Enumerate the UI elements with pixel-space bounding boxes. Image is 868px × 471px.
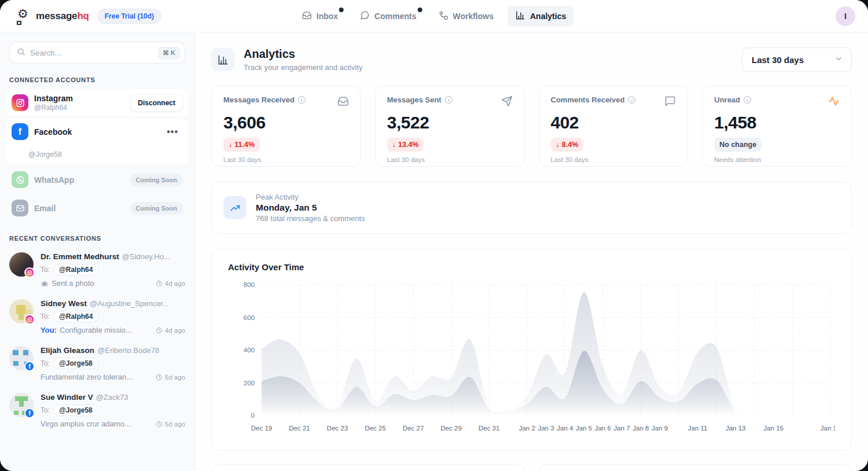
info-icon[interactable]: i — [628, 96, 635, 104]
date-range-value: Last 30 days — [752, 55, 804, 65]
account-name: Facebook — [34, 127, 156, 137]
to-label: To: — [41, 406, 50, 414]
brand-name: messagehq — [36, 10, 89, 22]
search-icon — [17, 47, 25, 58]
svg-text:Jan 9: Jan 9 — [652, 425, 668, 432]
stat-card-comments-received: Comments Receivedi 402 ↓8.4% Last 30 day… — [539, 86, 689, 167]
account-handle: @Ralph64 — [34, 104, 124, 112]
nav-tab-comments[interactable]: Comments — [352, 6, 424, 27]
comment-bubble-icon — [360, 10, 370, 22]
timestamp: 5d ago — [156, 374, 185, 381]
nav-label: Workflows — [453, 12, 494, 21]
page-subtitle: Track your engagement and activity — [244, 63, 362, 72]
peak-activity-detail: 768 total messages & comments — [256, 214, 365, 223]
svg-text:400: 400 — [244, 347, 255, 354]
stat-card-messages-received: Messages Receivedi 3,606 ↓11.4% Last 30 … — [211, 86, 361, 167]
svg-text:Jan 5: Jan 5 — [576, 425, 592, 432]
stat-footnote: Last 30 days — [387, 156, 513, 163]
info-icon[interactable]: i — [744, 96, 751, 104]
nav-label: Analytics — [530, 12, 566, 21]
nav-tab-inbox[interactable]: Inbox — [294, 6, 346, 27]
svg-text:Dec 19: Dec 19 — [251, 425, 272, 432]
conversation-name: Sue Windler V — [41, 393, 93, 402]
connected-accounts-heading: CONNECTED ACCOUNTS — [0, 68, 194, 87]
to-handle-pill: @Jorge58 — [53, 404, 98, 416]
conversation-item[interactable]: f Sue Windler V@Zack73 To:@Jorge58 Virgo… — [8, 387, 186, 434]
chart-title: Activity Over Time — [228, 262, 835, 272]
conversation-item[interactable]: f Elijah Gleason@Eriberto.Bode78 To:@Jor… — [8, 340, 186, 387]
change-badge: ↓13.4% — [387, 138, 424, 152]
nav-label: Inbox — [317, 12, 338, 21]
unread-dot — [417, 8, 422, 12]
message-preview: Sent a photo — [41, 279, 152, 288]
stat-value: 1,458 — [714, 113, 840, 133]
account-row-instagram[interactable]: Instagram @Ralph64 Disconnect — [6, 89, 189, 116]
analytics-page: Analytics Track your engagement and acti… — [195, 32, 868, 471]
app-logo[interactable]: ⚙ messagehq — [15, 6, 89, 26]
disconnect-button[interactable]: Disconnect — [130, 94, 183, 112]
user-avatar[interactable]: I — [836, 6, 855, 26]
search-box[interactable]: ⌘ K — [9, 42, 185, 64]
svg-text:Jan 6: Jan 6 — [595, 425, 611, 432]
svg-text:0: 0 — [251, 412, 255, 419]
stat-footnote: Last 30 days — [223, 156, 349, 163]
conversation-handle: @Eriberto.Bode78 — [97, 346, 159, 355]
coming-soon-badge: Coming Soon — [130, 174, 183, 186]
to-handle-pill: @Jorge58 — [53, 358, 98, 369]
next-section-card — [211, 465, 525, 471]
peak-activity-card: Peak Activity Monday, Jan 5 768 total me… — [211, 182, 852, 234]
date-range-select[interactable]: Last 30 days — [742, 47, 852, 72]
facebook-badge-icon: f — [24, 361, 35, 371]
svg-text:Jan 18: Jan 18 — [821, 425, 835, 432]
nav-tab-analytics[interactable]: Analytics — [507, 6, 574, 27]
account-name: Instagram — [34, 94, 124, 103]
next-section-card — [539, 465, 852, 471]
account-row-whatsapp: WhatsApp Coming Soon — [6, 167, 189, 193]
conversation-name: Elijah Gleason — [41, 346, 94, 355]
stat-value: 3,606 — [223, 113, 349, 133]
svg-text:Jan 11: Jan 11 — [688, 425, 708, 432]
message-square-icon — [664, 95, 676, 109]
chevron-down-icon — [834, 54, 843, 65]
account-row-facebook[interactable]: f Facebook ••• @Jorge58 — [6, 119, 189, 164]
conversation-item[interactable]: Dr. Emmett Medhurst@Sidney.Ho... To:@Ral… — [8, 246, 186, 293]
message-preview: You:Configurable missio... — [41, 326, 152, 334]
stat-label: Messages Received — [223, 95, 295, 104]
info-icon[interactable]: i — [445, 96, 453, 104]
svg-text:Dec 23: Dec 23 — [327, 425, 348, 432]
svg-text:Jan 3: Jan 3 — [538, 425, 554, 432]
conversation-name: Dr. Emmett Medhurst — [41, 252, 119, 261]
you-prefix: You: — [41, 326, 57, 334]
to-handle-pill: @Ralph64 — [53, 264, 98, 275]
svg-text:600: 600 — [244, 314, 255, 321]
arrow-down-icon: ↓ — [229, 141, 232, 149]
account-menu-button[interactable]: ••• — [162, 124, 183, 139]
coming-soon-badge: Coming Soon — [130, 202, 183, 215]
stat-card-messages-sent: Messages Senti 3,522 ↓13.4% Last 30 days — [375, 86, 525, 167]
stat-label: Comments Received — [551, 95, 625, 104]
peak-activity-label: Peak Activity — [256, 193, 365, 201]
message-preview: Virgo amplus crur adamo... — [41, 420, 152, 428]
activity-chart-card: Activity Over Time 0200400600800Dec 19De… — [211, 249, 852, 451]
svg-text:Dec 29: Dec 29 — [440, 425, 461, 432]
instagram-badge-icon — [24, 314, 35, 325]
search-input[interactable] — [30, 49, 153, 57]
account-name: Email — [34, 204, 124, 213]
stat-label: Unread — [714, 95, 740, 104]
envelope-icon — [12, 200, 28, 216]
instagram-icon — [12, 94, 28, 111]
info-icon[interactable]: i — [298, 96, 306, 104]
stat-card-unread: Unreadi 1,458 No change Needs attention — [702, 86, 852, 167]
svg-text:Jan 8: Jan 8 — [632, 425, 649, 432]
conversation-item[interactable]: Sidney West@Augustine_Spencer... To:@Ral… — [8, 293, 186, 340]
stat-footnote: Last 30 days — [551, 156, 676, 163]
to-handle-pill: @Ralph64 — [53, 311, 98, 322]
svg-text:Jan 15: Jan 15 — [763, 425, 784, 432]
timestamp: 4d ago — [156, 327, 185, 334]
whatsapp-icon — [12, 171, 28, 188]
message-preview: Fundamental zero toleran... — [41, 373, 152, 381]
search-shortcut-kbd: ⌘ K — [158, 47, 180, 59]
app-window: ⚙ messagehq Free Trial (10d) Inbox Comme… — [0, 0, 868, 471]
nav-tab-workflows[interactable]: Workflows — [430, 6, 502, 27]
change-badge: No change — [714, 138, 762, 152]
